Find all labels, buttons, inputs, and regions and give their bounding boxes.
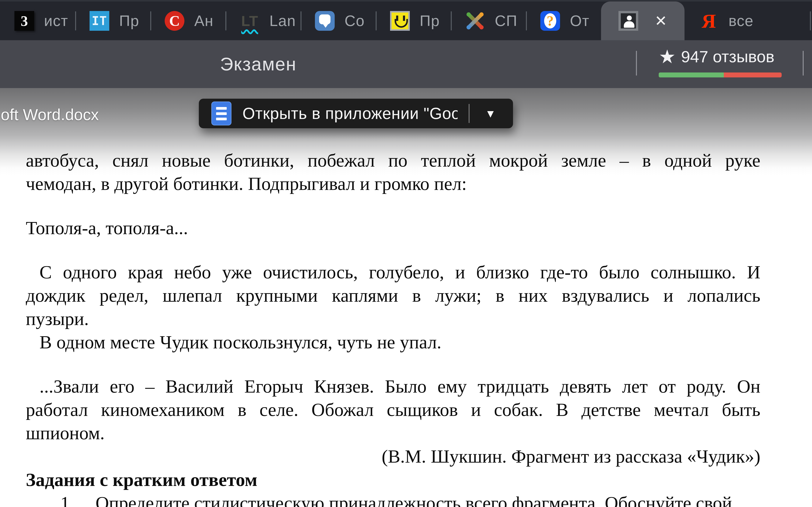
star-icon: ★ xyxy=(659,47,676,66)
tab-label: От xyxy=(570,12,589,30)
task-number: 1. xyxy=(60,492,74,507)
document-line: дождик редел, шлепал крупными каплями в … xyxy=(26,284,760,307)
person-icon xyxy=(619,11,638,31)
task-text: Определите стилистическую принадлежность… xyxy=(96,492,732,507)
tab-strip: 3истITПрСАнLTLanСоПрСПОт✕Явсе xyxy=(0,0,812,40)
browser-window: 3истITПрСАнLTLanСоПрСПОт✕Явсе Экзамен ★ … xyxy=(0,0,812,507)
document-line: (В.М. Шукшин. Фрагмент из рассказа «Чуди… xyxy=(26,445,760,468)
close-icon[interactable]: ✕ xyxy=(655,13,667,28)
tab-yandex[interactable]: Явсе xyxy=(685,2,812,40)
tab-label: Lan xyxy=(270,12,296,30)
page-header: Экзамен ★ 947 отзывов xyxy=(0,40,812,88)
document-line: В одном месте Чудик поскользнулся, чуть … xyxy=(26,331,760,354)
reviews-block[interactable]: ★ 947 отзывов xyxy=(659,47,784,77)
document-line: шпионом. xyxy=(26,421,760,445)
rating-bar-positive xyxy=(659,72,724,77)
tab-pinned-2[interactable]: ITПр xyxy=(75,2,150,40)
document-filename: oft Word.docx xyxy=(1,106,99,124)
document-line: С одного края небо уже очистилось, голуб… xyxy=(26,261,760,284)
smiley-icon xyxy=(390,11,410,31)
tab-pinned-5[interactable]: Со xyxy=(300,2,375,40)
open-in-app-button[interactable]: Открыть в приложении "Googl... ▼ xyxy=(199,99,513,128)
document-text: автобуса, снял новые ботинки, побежал по… xyxy=(26,149,760,507)
document-line: пузыри. xyxy=(26,307,760,331)
document-viewer: oft Word.docx Открыть в приложении "Goog… xyxy=(0,88,812,507)
tab-label: Ан xyxy=(194,12,214,30)
three-icon: 3 xyxy=(14,11,34,31)
tab-label: ист xyxy=(44,12,68,30)
rating-bar xyxy=(659,72,781,77)
document-line: автобуса, снял новые ботинки, побежал по… xyxy=(26,149,760,172)
chevron-down-icon[interactable]: ▼ xyxy=(480,107,501,120)
reviews-line: ★ 947 отзывов xyxy=(659,47,784,66)
button-divider xyxy=(469,104,470,123)
document-line: чемодан, в другой ботинки. Подпрыгивал и… xyxy=(26,172,760,195)
question-icon xyxy=(540,11,560,31)
tab-label: Пр xyxy=(119,12,139,30)
copyright-icon: С xyxy=(165,11,184,31)
tab-label: Пр xyxy=(420,12,440,30)
document-line: 1.Определите стилистическую принадлежнос… xyxy=(26,492,760,507)
lt-icon: LT xyxy=(240,11,259,31)
open-in-app-label: Открыть в приложении "Googl... xyxy=(242,104,458,123)
tab-pinned-3[interactable]: САн xyxy=(150,2,225,40)
document-line: Задания с кратким ответом xyxy=(26,468,760,492)
tab-label: все xyxy=(729,12,754,30)
document-line: ...Звали его – Василий Егорыч Князев. Бы… xyxy=(26,375,760,398)
it-icon: IT xyxy=(90,11,109,31)
tab-pinned-1[interactable]: 3ист xyxy=(0,2,75,40)
document-line: Тополя-а, тополя-а... xyxy=(26,216,760,240)
tab-pinned-6[interactable]: Пр xyxy=(375,2,451,40)
tab-pinned-8[interactable]: От xyxy=(526,2,601,40)
tab-label: Со xyxy=(345,12,365,30)
tab-label: СП xyxy=(495,12,517,30)
tab-pinned-4[interactable]: LTLan xyxy=(225,2,300,40)
yandex-icon: Я xyxy=(699,11,719,31)
tab-active[interactable]: ✕ xyxy=(601,2,685,40)
tab-pinned-7[interactable]: СП xyxy=(451,2,526,40)
google-docs-icon xyxy=(211,102,231,125)
document-line: работал киномехаником в селе. Обожал сыщ… xyxy=(26,398,760,421)
bubble-icon xyxy=(315,11,335,31)
joomla-icon xyxy=(465,11,485,31)
page-title: Экзамен xyxy=(220,54,296,74)
reviews-count: 947 отзывов xyxy=(681,47,774,66)
